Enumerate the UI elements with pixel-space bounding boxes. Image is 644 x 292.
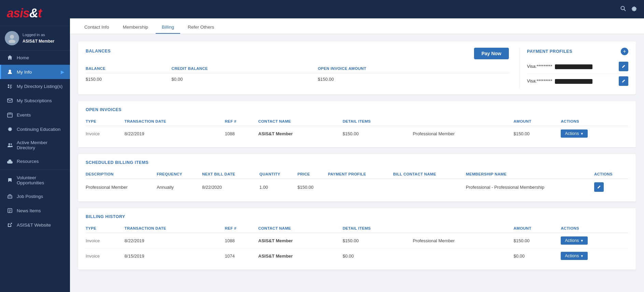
tab-refer-others[interactable]: Refer Others: [182, 21, 220, 34]
svg-point-13: [9, 143, 10, 145]
sb-col-quantity: QUANTITY: [259, 170, 298, 179]
news-icon: [6, 207, 13, 214]
bh-actions-button-2[interactable]: Actions ▼: [561, 252, 588, 260]
svg-rect-9: [8, 99, 12, 102]
payment-profile-row-1: Visa:*********: [527, 59, 628, 74]
sb-col-price: PRICE: [298, 170, 328, 179]
bh-actions-button-1[interactable]: Actions ▼: [561, 236, 588, 245]
pay-now-button[interactable]: Pay Now: [474, 48, 509, 59]
balances-section: BALANCES Pay Now BALANCE CREDIT BALANCE …: [78, 42, 636, 94]
logged-in-label: Logged in as: [23, 33, 45, 37]
bh-col-detail-label: [413, 224, 513, 233]
open-invoice-value: $150.00: [318, 73, 509, 86]
oi-row1-actions: Actions ▼: [561, 126, 628, 141]
sb-col-membership-name: MEMBERSHIP NAME: [466, 170, 594, 179]
bh-row1-detail-label: Professional Member: [413, 233, 513, 248]
svg-line-22: [624, 9, 626, 11]
sidebar-item-news-items[interactable]: News Items: [0, 203, 70, 218]
bh-row2-detail-amount: $0.00: [343, 248, 413, 264]
cloud-icon: [6, 158, 13, 165]
table-row: Invoice 8/22/2019 1088 ASIS&T Member $15…: [86, 233, 628, 248]
nav-divider-1: [0, 170, 70, 170]
sb-row1-bill-contact: [393, 179, 466, 196]
oi-col-actions: ACTIONS: [561, 117, 628, 126]
sidebar-item-resources[interactable]: Resources: [0, 154, 70, 168]
nav-label-volunteer: Volunteer Opportunities: [17, 175, 65, 185]
open-invoices-section: OPEN INVOICES TYPE TRANSACTION DATE REF …: [78, 101, 636, 147]
svg-point-21: [621, 6, 625, 10]
bh-col-contact-name: CONTACT NAME: [258, 224, 343, 233]
sidebar-item-continuing-education[interactable]: Continuing Education: [0, 122, 70, 136]
svg-point-14: [11, 143, 12, 145]
payment-profiles-wrap: PAYMENT PROFILES + Visa:*********: [519, 48, 628, 88]
sb-col-next-bill-date: NEXT BILL DATE: [202, 170, 259, 179]
payment-profiles-title: PAYMENT PROFILES: [527, 49, 572, 54]
external-link-icon: [6, 221, 13, 228]
sb-edit-button-1[interactable]: [594, 182, 604, 192]
sidebar-item-volunteer[interactable]: Volunteer Opportunities: [0, 171, 70, 189]
sb-row1-description: Professional Member: [86, 179, 157, 196]
sidebar-item-active-member-directory[interactable]: Active Member Directory: [0, 136, 70, 154]
nav-label-job-postings: Job Postings: [17, 194, 43, 199]
oi-col-type: TYPE: [86, 117, 125, 126]
nav-label-my-directory: My Directory Listing(s): [17, 84, 62, 89]
bh-row2-amount: $0.00: [514, 248, 561, 264]
main-area: Contact Info Membership Billing Refer Ot…: [70, 0, 644, 292]
billing-history-section: BILLING HISTORY TYPE TRANSACTION DATE RE…: [78, 208, 636, 270]
bh-row2-detail-label: [413, 248, 513, 264]
sb-row1-quantity: 1.00: [259, 179, 298, 196]
sb-col-bill-contact-name: BILL CONTACT NAME: [393, 170, 466, 179]
nav-label-news-items: News Items: [17, 208, 41, 213]
settings-icon[interactable]: [631, 5, 637, 13]
balance-value: $150.00: [86, 73, 172, 86]
oi-row1-date: 8/22/2019: [125, 126, 225, 141]
oi-row1-ref: 1088: [225, 126, 258, 141]
sidebar-item-my-directory[interactable]: My Directory Listing(s): [0, 79, 70, 93]
sidebar-item-events[interactable]: Events: [0, 108, 70, 122]
bh-row2-contact: ASIS&T Member: [258, 248, 343, 264]
sb-row1-actions: [594, 179, 628, 196]
credit-balance-value: $0.00: [172, 73, 318, 86]
table-row: Invoice 8/15/2019 1074 ASIS&T Member $0.…: [86, 248, 628, 264]
col-open-invoice-amount: OPEN INVOICE AMOUNT: [318, 64, 509, 73]
profile-1-masked: [555, 64, 592, 69]
add-payment-profile-button[interactable]: +: [621, 48, 628, 55]
sidebar-item-home[interactable]: Home: [0, 50, 70, 65]
calendar-icon: [6, 111, 13, 118]
caret-icon: ▼: [580, 132, 584, 136]
topbar: [70, 0, 644, 18]
bh-row2-actions: Actions ▼: [561, 248, 628, 264]
edit-profile-1-button[interactable]: [619, 62, 628, 71]
sidebar-item-job-postings[interactable]: Job Postings: [0, 189, 70, 203]
billing-history-title: BILLING HISTORY: [86, 214, 628, 219]
open-invoices-table: TYPE TRANSACTION DATE REF # CONTACT NAME…: [86, 117, 628, 141]
tab-membership[interactable]: Membership: [117, 21, 154, 34]
sidebar-item-asisT-website[interactable]: ASIS&T Website: [0, 218, 70, 232]
scheduled-billing-table: DESCRIPTION FREQUENCY NEXT BILL DATE QUA…: [86, 170, 628, 195]
svg-rect-6: [8, 87, 9, 88]
table-row: Invoice 8/22/2019 1088 ASIS&T Member $15…: [86, 126, 628, 141]
tab-billing[interactable]: Billing: [156, 21, 180, 34]
sidebar-item-my-info[interactable]: My Info ▶: [0, 65, 70, 79]
oi-actions-button-1[interactable]: Actions ▼: [561, 129, 588, 138]
oi-row1-contact: ASIS&T Member: [258, 126, 343, 141]
sb-row1-frequency: Annually: [157, 179, 202, 196]
bh-row1-amount: $150.00: [514, 233, 561, 248]
user-details: Logged in as ASIS&T Member: [23, 32, 54, 44]
svg-rect-8: [10, 88, 11, 89]
edit-profile-2-button[interactable]: [619, 76, 628, 86]
scheduled-billing-title: SCHEDULED BILLING ITEMS: [86, 160, 628, 165]
bh-col-actions: ACTIONS: [561, 224, 628, 233]
svg-rect-11: [9, 112, 10, 114]
payment-profiles-header: PAYMENT PROFILES +: [527, 48, 628, 55]
oi-col-transaction-date: TRANSACTION DATE: [125, 117, 225, 126]
sidebar-item-my-subscriptions[interactable]: My Subscriptions: [0, 93, 70, 108]
col-credit-balance: CREDIT BALANCE: [172, 64, 318, 73]
svg-rect-10: [8, 113, 12, 117]
bh-col-type: TYPE: [86, 224, 125, 233]
search-icon[interactable]: [620, 5, 626, 13]
logo-area: asis&t: [0, 0, 70, 26]
oi-col-detail-label: [413, 117, 513, 126]
tab-contact-info[interactable]: Contact Info: [78, 21, 115, 34]
gear-icon: [6, 126, 13, 133]
